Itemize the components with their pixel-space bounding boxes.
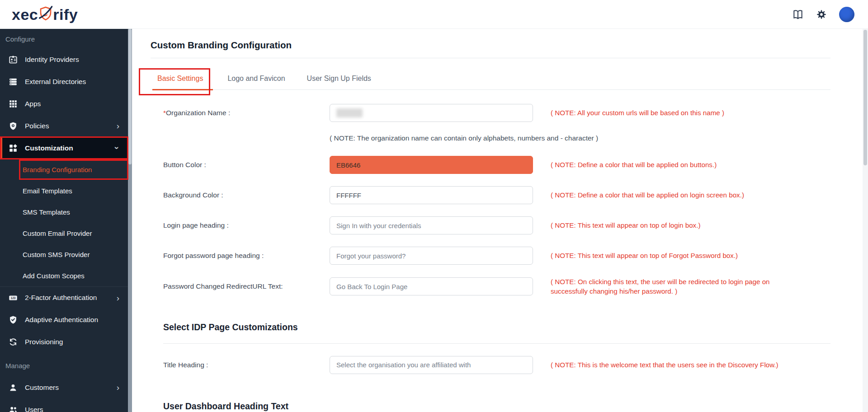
tab-label: Logo and Favicon [227, 75, 285, 82]
sidebar-item-policies[interactable]: Policies › [0, 115, 132, 137]
basic-settings-form: *Organization Name : ( NOTE: All your cu… [151, 104, 863, 412]
organization-name-input[interactable] [330, 104, 533, 122]
brand-logo[interactable]: xec rify [12, 4, 78, 25]
button-color-label: Button Color : [163, 161, 330, 169]
server-stack-icon [8, 77, 18, 87]
logo-text-post: rify [53, 6, 78, 23]
logo-text-pre: xec [12, 6, 38, 23]
top-header: xec rify [0, 0, 868, 29]
logo-shield-icon [38, 4, 53, 25]
tab-label: Basic Settings [157, 75, 203, 82]
sidebar-subitem-label: SMS Templates [23, 208, 70, 216]
password-changed-redirect-label: Password Changed RedirectURL Text: [163, 282, 330, 290]
tab-label: User Sign Up Fields [307, 75, 371, 82]
sidebar-item-provisioning[interactable]: Provisioning [0, 331, 132, 353]
sidebar-item-label: Customers [25, 384, 59, 392]
person-icon [8, 383, 18, 393]
form-row-login-page-heading: Login page heading : ( NOTE: This text w… [151, 216, 863, 234]
password-changed-redirect-note: ( NOTE: On clicking this text, the user … [551, 277, 806, 296]
people-icon [8, 405, 18, 412]
sidebar-subitem-email-templates[interactable]: Email Templates [0, 180, 132, 201]
sidebar-item-label: Adaptive Authentication [25, 316, 98, 324]
background-color-input[interactable] [330, 186, 533, 204]
title-heading-note: ( NOTE: This is the welcome text that th… [551, 360, 806, 370]
header-actions [792, 0, 854, 29]
sidebar-scrollbar[interactable] [128, 29, 132, 412]
forgot-password-heading-input[interactable] [330, 247, 533, 265]
sidebar-item-label: Apps [25, 100, 41, 108]
sidebar-item-identity-providers[interactable]: Identity Providers [0, 48, 132, 70]
chevron-down-icon: › [113, 146, 121, 149]
sidebar-item-customers[interactable]: Customers › [0, 376, 132, 398]
sidebar-item-apps[interactable]: Apps [0, 93, 132, 115]
tab-user-sign-up-fields[interactable]: User Sign Up Fields [296, 75, 382, 89]
user-avatar[interactable] [839, 7, 854, 22]
sidebar-item-users-partial[interactable]: Users [0, 398, 132, 412]
tab-basic-settings[interactable]: Basic Settings [151, 75, 217, 89]
sidebar-item-label: 2-Factor Authentication [25, 294, 97, 302]
partial-bottom-heading: User Dashboard Heading Text [163, 401, 863, 412]
title-heading-label: Title Heading : [163, 361, 330, 369]
sidebar-subitem-label: Custom SMS Provider [23, 251, 90, 258]
form-row-button-color: Button Color : ( NOTE: Define a color th… [151, 156, 863, 174]
sidebar-item-adaptive-authentication[interactable]: Adaptive Authentication [0, 309, 132, 331]
button-color-input[interactable] [330, 156, 533, 174]
idp-section-divider [163, 343, 830, 344]
id-card-icon [8, 55, 18, 65]
sidebar-subitem-sms-templates[interactable]: SMS Templates [0, 201, 132, 223]
title-heading-input[interactable] [330, 356, 533, 374]
sidebar-subitem-custom-sms-provider[interactable]: Custom SMS Provider [0, 244, 132, 265]
organization-name-hint: ( NOTE: The organization name can contai… [330, 134, 863, 142]
sidebar-section-manage: Manage [0, 353, 132, 376]
sidebar-subitem-branding-configuration[interactable]: Branding Configuration [0, 159, 132, 180]
sidebar-subitem-label: Email Templates [23, 187, 72, 195]
form-row-title-heading: Title Heading : ( NOTE: This is the welc… [151, 356, 863, 374]
login-page-heading-label: Login page heading : [163, 221, 330, 229]
idp-customizations-heading: Select IDP Page Customizations [163, 322, 863, 332]
login-page-heading-note: ( NOTE: This text will appear on top of … [551, 220, 806, 230]
blocks-icon [8, 143, 18, 153]
sync-icon [8, 337, 18, 347]
form-row-forgot-password-heading: Forgot password page heading : ( NOTE: T… [151, 247, 863, 265]
sidebar-scrollbar-thumb[interactable] [128, 29, 132, 164]
active-tab-underline [152, 89, 213, 90]
login-page-heading-input[interactable] [330, 216, 533, 234]
shield-check-icon [8, 315, 18, 325]
sidebar-item-label: Users [25, 406, 43, 412]
main-content: Custom Branding Configuration Basic Sett… [132, 29, 863, 412]
page-scrollbar[interactable] [863, 29, 868, 412]
sidebar-item-external-directories[interactable]: External Directories [0, 70, 132, 93]
sidebar-subitem-add-custom-scopes[interactable]: Add Custom Scopes [0, 265, 132, 286]
chevron-right-icon: › [117, 122, 119, 130]
button-color-note: ( NOTE: Define a color that will be appl… [551, 160, 806, 169]
svg-text:123: 123 [10, 296, 15, 300]
docs-book-icon[interactable] [792, 9, 804, 20]
sidebar-nav: Configure Identity Providers [0, 29, 132, 412]
sidebar-item-label: External Directories [25, 78, 86, 86]
sidebar-item-customization[interactable]: Customization › [0, 137, 132, 159]
sidebar-subitem-custom-email-provider[interactable]: Custom Email Provider [0, 223, 132, 244]
grid-icon [8, 99, 18, 109]
password-changed-redirect-input[interactable] [330, 277, 533, 295]
sidebar-subitem-label: Add Custom Scopes [23, 272, 85, 280]
forgot-password-heading-note: ( NOTE: This text will appear on top of … [551, 251, 806, 260]
sidebar-section-configure: Configure [0, 29, 132, 48]
sidebar-item-2fa[interactable]: 123 2-Factor Authentication › [0, 286, 132, 309]
chevron-right-icon: › [117, 383, 119, 392]
page-scrollbar-thumb[interactable] [863, 30, 867, 165]
chevron-right-icon: › [117, 294, 119, 302]
form-row-password-changed-redirect: Password Changed RedirectURL Text: ( NOT… [151, 277, 863, 296]
tab-bar: Basic Settings Logo and Favicon User Sig… [151, 58, 830, 90]
page-title: Custom Branding Configuration [151, 40, 863, 51]
redacted-org-name-value [336, 108, 363, 117]
tab-logo-and-favicon[interactable]: Logo and Favicon [217, 75, 296, 89]
active-indicator-bar [0, 137, 2, 159]
sidebar-item-label: Policies [25, 122, 49, 130]
organization-name-label: *Organization Name : [163, 109, 330, 117]
sidebar-item-label: Provisioning [25, 338, 63, 346]
sidebar-item-label: Customization [25, 144, 73, 152]
form-row-organization-name: *Organization Name : ( NOTE: All your cu… [151, 104, 863, 122]
form-row-background-color: Background Color : ( NOTE: Define a colo… [151, 186, 863, 204]
settings-gear-icon[interactable] [816, 9, 827, 20]
sidebar-subitem-label: Branding Configuration [23, 166, 92, 173]
